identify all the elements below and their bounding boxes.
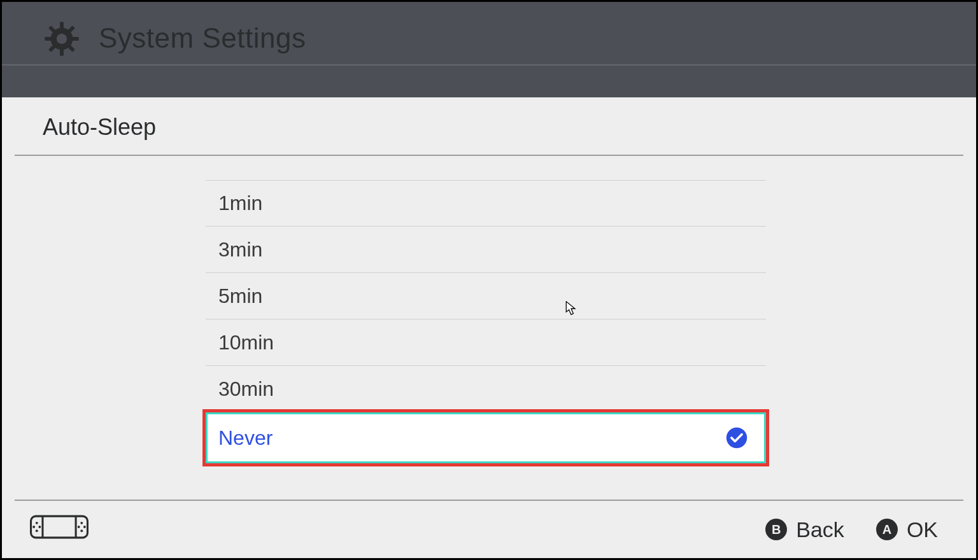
cursor-icon (565, 301, 577, 316)
svg-rect-1 (60, 22, 64, 28)
back-hint[interactable]: B Back (765, 517, 844, 542)
option-label: 10min (218, 331, 274, 354)
svg-rect-4 (72, 37, 78, 41)
option-30min[interactable]: 30min (206, 366, 766, 412)
option-label: 3min (218, 238, 262, 262)
option-label: Never (218, 426, 273, 450)
section-title: Auto-Sleep (2, 97, 976, 141)
option-never[interactable]: Never (206, 412, 766, 463)
option-label: 1min (218, 192, 262, 215)
svg-point-16 (32, 526, 35, 528)
svg-point-9 (57, 34, 67, 44)
option-label: 5min (218, 284, 262, 308)
svg-rect-3 (45, 37, 51, 41)
options-list: 1min 3min 5min 10min 30min Never (206, 180, 766, 463)
section-divider (15, 155, 963, 156)
option-10min[interactable]: 10min (206, 319, 766, 366)
svg-rect-2 (60, 49, 64, 55)
svg-point-21 (83, 526, 86, 528)
header-divider (2, 64, 976, 66)
page-title: System Settings (99, 22, 306, 54)
option-5min[interactable]: 5min (206, 273, 766, 319)
svg-point-20 (78, 526, 80, 528)
console-icon (30, 512, 89, 547)
header-bar: System Settings (2, 2, 976, 97)
check-icon (725, 426, 748, 449)
footer-bar: B Back A OK (2, 501, 976, 558)
svg-point-17 (38, 526, 41, 528)
back-label: Back (796, 517, 844, 542)
content-panel: Auto-Sleep 1min 3min 5min 10min 30min Ne… (2, 97, 976, 558)
ok-hint[interactable]: A OK (876, 517, 938, 542)
option-1min[interactable]: 1min (206, 180, 766, 227)
svg-point-14 (36, 522, 38, 524)
svg-point-10 (726, 428, 747, 448)
a-button-icon: A (876, 519, 898, 540)
ok-label: OK (907, 517, 938, 542)
svg-point-18 (80, 522, 83, 524)
svg-point-15 (36, 529, 38, 532)
option-label: 30min (218, 377, 274, 401)
b-button-icon: B (765, 519, 787, 540)
gear-icon (43, 20, 81, 58)
option-3min[interactable]: 3min (206, 227, 766, 273)
svg-point-19 (80, 529, 83, 532)
